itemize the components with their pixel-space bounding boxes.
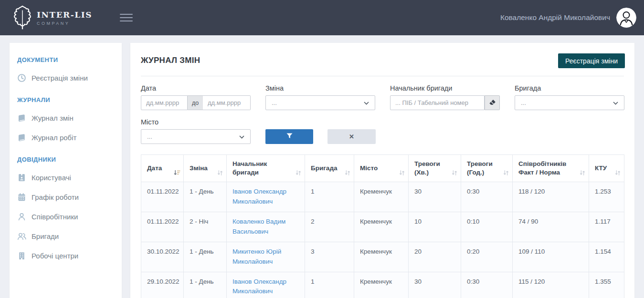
cell-value: 109 / 110: [518, 248, 545, 255]
column-header[interactable]: Тревоги (Год.): [461, 155, 513, 182]
column-header[interactable]: Місто: [354, 155, 409, 182]
column-label: Зміна: [190, 164, 215, 173]
menu-toggle-icon[interactable]: [120, 11, 133, 24]
reset-filter-button[interactable]: ✕: [327, 129, 376, 144]
column-header[interactable]: Зміна: [184, 155, 227, 182]
brand-title: INTER-LIS: [37, 10, 92, 20]
brigade-chief-link[interactable]: Микитенко Юрій Миколайович: [232, 248, 281, 265]
column-label: Бригада: [311, 164, 345, 173]
sidebar-section-title: ЖУРНАЛИ: [10, 96, 122, 103]
sidebar-item[interactable]: Журнал змін: [10, 108, 122, 128]
cell-value: 1 - День: [190, 188, 214, 195]
cell-alarms_hod: 0:30: [461, 272, 513, 298]
column-header[interactable]: Дата: [141, 155, 184, 182]
sidebar-item-label: Користувачі: [32, 174, 71, 182]
clock-icon: [17, 73, 26, 82]
column-header[interactable]: Бригада: [305, 155, 354, 182]
column-header[interactable]: Начальник бригади: [227, 155, 305, 182]
sidebar-item-label: Співробітники: [32, 213, 78, 221]
chevron-down-icon: [364, 99, 369, 106]
cell-value: 2 - Ніч: [190, 218, 208, 225]
sidebar-item[interactable]: Співробітники: [10, 207, 122, 226]
column-header[interactable]: Тревоги (Хв.): [409, 155, 461, 182]
sidebar-item[interactable]: Реєстрація зміни: [10, 68, 122, 88]
cell-value: 3: [311, 248, 315, 255]
column-header[interactable]: Співробітників Факт / Норма: [513, 155, 589, 182]
app-root: INTER-LIS COMPANY Коваленко Андрій Микол…: [0, 0, 644, 298]
table-row: 29.10.20221 - ДеньІванов Олександр Микол…: [141, 272, 624, 298]
sidebar-item[interactable]: Робочі центри: [10, 246, 122, 266]
cell-ktu: 1.253: [589, 182, 624, 212]
column-label: Місто: [360, 164, 385, 173]
content-header: ЖУРНАЛ ЗМІН Реєстрація зміни: [141, 43, 624, 76]
date-to-input[interactable]: [203, 95, 251, 110]
cell-ktu: 1.117: [589, 212, 624, 242]
brigade-chief-link[interactable]: Коваленко Вадим Васильович: [232, 218, 285, 235]
cell-value: 0:30: [467, 278, 479, 285]
sort-desc-icon: [173, 170, 180, 176]
table-row: 30.10.20221 - ДеньМикитенко Юрій Миколай…: [141, 242, 624, 272]
shift-journal-table: ДатаЗмінаНачальник бригадиБригадаМістоТр…: [141, 154, 624, 298]
brigade-chief-filter-label: Начальник бригади: [390, 84, 500, 92]
table-row: 01.11.20221 - ДеньІванов Олександр Микол…: [141, 182, 624, 212]
date-from-input[interactable]: [141, 95, 188, 110]
apply-filter-button[interactable]: [265, 129, 313, 144]
id-badge-icon: [17, 173, 26, 182]
cell-employees_fact_norm: 118 / 120: [513, 182, 589, 212]
sidebar-item-label: Журнал робіт: [32, 134, 76, 142]
brand-text: INTER-LIS COMPANY: [37, 10, 92, 26]
cell-value: 115 / 120: [518, 278, 545, 285]
clear-chief-button[interactable]: [485, 95, 500, 110]
cell-value: 1 - День: [190, 278, 214, 285]
sort-icon: [295, 170, 302, 176]
cell-shift: 1 - День: [184, 242, 227, 272]
cell-chief: Микитенко Юрій Миколайович: [227, 242, 305, 272]
user-area: Коваленко Андрій Миколайович: [500, 8, 644, 28]
cell-alarms_hod: 0:30: [461, 182, 513, 212]
cell-value: 118 / 120: [518, 188, 545, 195]
sort-icon: [579, 170, 586, 176]
book-icon: [17, 113, 26, 123]
sort-icon: [451, 170, 458, 176]
brigade-chief-link[interactable]: Іванов Олександр Миколайович: [232, 188, 286, 205]
column-label: Співробітників Факт / Норма: [518, 160, 584, 177]
cell-value: 29.10.2022: [147, 278, 179, 285]
sidebar-section: ДОКУМЕНТИРеєстрація зміни: [10, 56, 122, 88]
sidebar-item[interactable]: Журнал робіт: [10, 128, 122, 147]
shift-select[interactable]: ...: [265, 95, 375, 110]
cell-alarms_hod: 0:10: [461, 212, 513, 242]
cell-value: 74 / 90: [518, 218, 538, 225]
cell-value: 20: [414, 248, 422, 255]
city-select[interactable]: ...: [141, 129, 251, 144]
shift-filter: Зміна ...: [265, 84, 375, 110]
column-header[interactable]: КТУ: [589, 155, 624, 182]
register-shift-button[interactable]: Реєстрація зміни: [558, 53, 625, 68]
shift-select-value: ...: [272, 99, 277, 106]
cell-value: 30.10.2022: [147, 248, 179, 255]
sidebar-item-label: Реєстрація зміни: [32, 74, 88, 82]
user-name[interactable]: Коваленко Андрій Миколайович: [500, 13, 610, 22]
building-icon: [17, 251, 26, 260]
cell-date: 29.10.2022: [141, 272, 184, 298]
cell-value: 01.11.2022: [147, 218, 179, 225]
brigade-chief-link[interactable]: Іванов Олександр Миколайович: [232, 278, 286, 295]
date-filter-label: Дата: [141, 84, 251, 92]
column-label: Дата: [147, 164, 169, 173]
brigade-chief-filter: Начальник бригади: [390, 84, 500, 110]
cell-brigade: 2: [305, 212, 354, 242]
user-avatar-icon[interactable]: [616, 8, 636, 28]
brigade-select[interactable]: ...: [515, 95, 624, 110]
sidebar-item[interactable]: Графік роботи: [10, 187, 122, 207]
sidebar-item[interactable]: Користувачі: [10, 168, 122, 187]
sidebar-item[interactable]: Бригади: [10, 226, 122, 246]
brigade-chief-input[interactable]: [390, 95, 485, 110]
cell-value: 0:20: [467, 248, 479, 255]
cell-alarms_min: 10: [409, 212, 461, 242]
cell-value: Кременчук: [360, 278, 392, 285]
table-header-row: ДатаЗмінаНачальник бригадиБригадаМістоТр…: [141, 155, 624, 182]
sidebar-section: ДОВІДНИКИКористувачіГрафік роботиСпівроб…: [10, 156, 122, 266]
sort-icon: [399, 170, 405, 176]
cell-value: 1.154: [595, 248, 611, 255]
column-label: Начальник бригади: [232, 160, 300, 177]
filter-row-1: Дата до Зміна ...: [141, 84, 624, 110]
